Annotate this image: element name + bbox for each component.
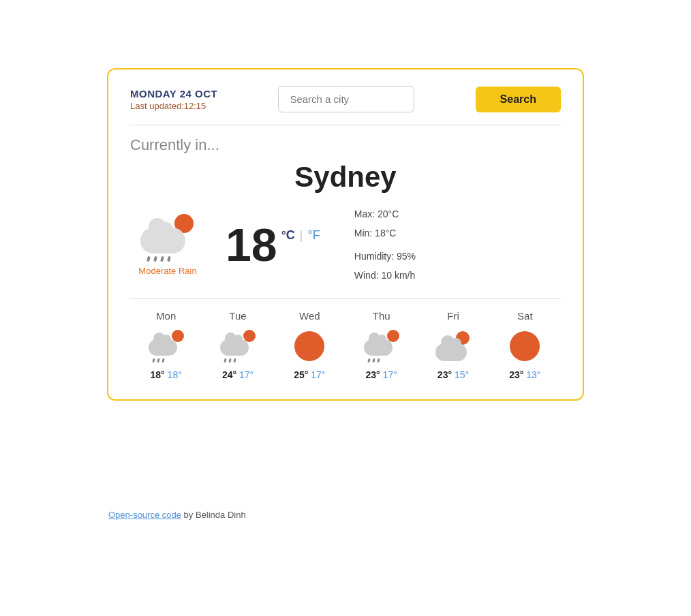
cloud-icon: [140, 228, 185, 253]
currently-label: Currently in...: [130, 136, 561, 154]
high-temp: 23°: [509, 369, 523, 380]
search-button[interactable]: Search: [476, 87, 561, 112]
forecast-temps-wed: 25° 17°: [294, 369, 325, 380]
high-temp: 23°: [366, 369, 380, 380]
rain-drop: [162, 358, 164, 363]
rain-drop: [153, 256, 157, 262]
rain-drop: [167, 256, 171, 262]
low-temp: 13°: [526, 369, 540, 380]
search-input[interactable]: [278, 86, 414, 112]
low-temp: 17°: [383, 369, 397, 380]
temp-number: 18: [226, 221, 277, 268]
rain-drops-icon: [147, 256, 170, 262]
low-temp: 17°: [239, 369, 254, 380]
day-label-thu: Thu: [373, 310, 390, 322]
forecast-row: Mon 18° 18° Tue: [130, 310, 561, 380]
rain-drop: [228, 358, 231, 363]
partial-sun-icon: [364, 330, 399, 363]
open-source-link[interactable]: Open-source code: [108, 510, 181, 520]
cloudy-sun-icon: [435, 331, 471, 361]
forecast-icon-fri: [435, 328, 471, 364]
rain-partial-icon: [149, 330, 184, 363]
forecast-day-fri: Fri 23° 15°: [417, 310, 489, 380]
rain-drops-icon: [368, 358, 380, 363]
high-temp: 23°: [437, 369, 452, 380]
day-label-wed: Wed: [299, 310, 320, 322]
weather-card: MONDAY 24 OCT Last updated:12:15 Search …: [107, 68, 584, 401]
low-temp: 17°: [311, 369, 325, 380]
cloud-icon: [364, 339, 393, 356]
last-updated-text: Last updated:12:15: [130, 101, 217, 111]
city-name: Sydney: [130, 161, 561, 194]
forecast-temps-sat: 23° 13°: [509, 369, 540, 380]
cloud-icon: [435, 343, 467, 361]
high-temp: 25°: [294, 369, 308, 380]
forecast-temps-thu: 23° 17°: [366, 369, 397, 380]
rain-drop: [377, 358, 380, 363]
rain-drop: [233, 358, 236, 363]
forecast-day-tue: Tue 24° 17°: [202, 310, 273, 380]
humidity: Humidity: 95%: [354, 247, 416, 266]
high-temp: 18°: [151, 369, 165, 380]
min-temp: Min: 18°C: [354, 224, 416, 243]
footer-suffix: by Belinda Dinh: [181, 510, 246, 520]
rain-drop: [152, 358, 155, 363]
high-temp: 24°: [222, 369, 236, 380]
low-temp: 15°: [455, 369, 469, 380]
forecast-icon-sat: [510, 328, 540, 364]
rain-drops-icon: [224, 358, 236, 363]
unit-separator: |: [300, 228, 303, 242]
forecast-icon-mon: [149, 328, 184, 364]
forecast-temps-tue: 24° 17°: [222, 369, 254, 380]
forecast-day-wed: Wed 25° 17°: [274, 310, 346, 380]
footer-text: Open-source code by Belinda Dinh: [108, 510, 246, 520]
day-label-fri: Fri: [447, 310, 459, 322]
day-label-sat: Sat: [517, 310, 533, 322]
rain-drop: [157, 358, 159, 363]
rain-drop: [372, 358, 375, 363]
forecast-day-thu: Thu 23° 17°: [346, 310, 417, 380]
forecast-temps-mon: 18° 18°: [151, 369, 182, 380]
weather-details: Max: 20°C Min: 18°C Humidity: 95% Wind: …: [354, 204, 416, 285]
current-weather-icon-block: Moderate Rain: [130, 214, 205, 276]
date-text: MONDAY 24 OCT: [130, 88, 217, 99]
forecast-icon-thu: [364, 328, 399, 364]
forecast-day-sat: Sat 23° 13°: [489, 310, 561, 380]
rain-drop: [147, 256, 151, 262]
temp-block: 18 °C | °F: [226, 221, 320, 268]
date-block: MONDAY 24 OCT Last updated:12:15: [130, 88, 217, 111]
cloud-icon: [220, 339, 249, 356]
sunny-icon: [294, 331, 324, 361]
forecast-day-mon: Mon 18° 18°: [130, 310, 202, 380]
forecast-temps-fri: 23° 15°: [437, 369, 469, 380]
rain-drop: [367, 358, 370, 363]
rain-drop: [160, 256, 164, 262]
current-weather-row: Moderate Rain 18 °C | °F Max: 20°C Min: …: [130, 204, 561, 285]
rain-partial-icon: [220, 330, 256, 363]
day-label-mon: Mon: [156, 310, 176, 322]
low-temp: 18°: [168, 369, 182, 380]
weather-condition-label: Moderate Rain: [138, 266, 196, 276]
footer: Open-source code by Belinda Dinh: [107, 508, 584, 521]
forecast-icon-wed: [294, 328, 324, 364]
temp-units: °C | °F: [281, 228, 320, 243]
forecast-divider: [130, 298, 561, 299]
cloud-icon: [149, 339, 177, 356]
forecast-icon-tue: [220, 328, 256, 364]
rain-partial-icon: [140, 214, 195, 262]
header-divider: [130, 125, 561, 125]
day-label-tue: Tue: [229, 310, 246, 322]
wind: Wind: 10 km/h: [354, 266, 416, 285]
header-row: MONDAY 24 OCT Last updated:12:15 Search: [130, 86, 561, 112]
rain-drops-icon: [153, 358, 164, 363]
sunny-icon: [510, 331, 540, 361]
unit-fahrenheit[interactable]: °F: [308, 228, 320, 242]
rain-drop: [224, 358, 226, 363]
max-temp: Max: 20°C: [354, 204, 416, 224]
unit-celsius[interactable]: °C: [281, 228, 295, 242]
